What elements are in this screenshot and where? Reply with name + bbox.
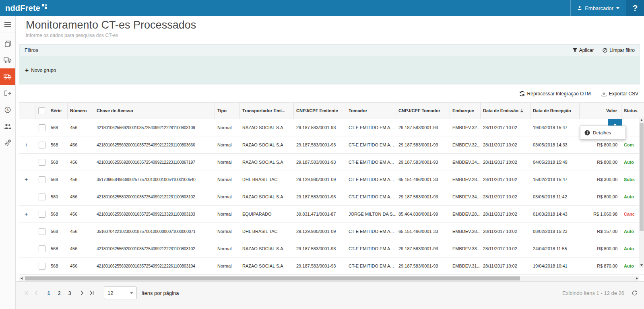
pager-page-button[interactable]: 2 xyxy=(54,288,64,298)
scroll-up-icon[interactable] xyxy=(640,119,643,121)
sidebar-item-settings[interactable] xyxy=(0,134,15,151)
scroll-left-icon[interactable] xyxy=(21,277,23,280)
row-expand-toggle[interactable]: + xyxy=(19,206,35,222)
row-checkbox-cell xyxy=(35,119,48,136)
clear-filter-button[interactable]: Limpar filtro xyxy=(603,47,635,53)
topbar-right: Embarcador ? xyxy=(570,0,644,16)
vertical-scrollbar[interactable] xyxy=(639,117,644,268)
sidebar-item-users[interactable] xyxy=(0,118,15,134)
row-expand-toggle[interactable]: + xyxy=(19,136,35,153)
row-expand-toggle[interactable] xyxy=(19,119,35,136)
col-tomador[interactable]: Tomador xyxy=(346,103,396,119)
select-all-checkbox[interactable] xyxy=(38,107,45,114)
sidebar-item-cte-monitoring[interactable] xyxy=(0,68,15,85)
row-expand-toggle[interactable] xyxy=(19,223,35,240)
export-csv-button[interactable]: Exportar CSV xyxy=(601,91,638,97)
sidebar-item-export[interactable] xyxy=(0,85,15,101)
col-cnpj-emitente[interactable]: CNPJ/CPF Emitente xyxy=(294,103,346,119)
col-embarque[interactable]: Embarque xyxy=(450,103,481,119)
help-button[interactable]: ? xyxy=(626,0,644,16)
col-data-emissao[interactable]: Data de Emissão xyxy=(481,103,530,119)
table-row[interactable]: + 568 456 421801062556920001035725409921… xyxy=(19,136,644,154)
vertical-scroll-thumb[interactable] xyxy=(640,123,644,231)
reprocess-otm-label: Reprocessar Integração OTM xyxy=(527,91,591,97)
pager-page-button[interactable]: 1 xyxy=(43,288,54,298)
horizontal-scroll-thumb[interactable] xyxy=(25,276,520,280)
cell-numero: 456 xyxy=(68,136,94,153)
cell-numero: 456 xyxy=(68,223,94,240)
row-checkbox[interactable] xyxy=(39,245,45,252)
table-row[interactable]: 580 456 42180106255802000103572540992122… xyxy=(19,188,644,206)
pager-next-button[interactable] xyxy=(77,288,87,298)
cell-chave-de-acesso: 4218010625569200010357254099212228110080… xyxy=(94,119,215,136)
cell-numero: 456 xyxy=(68,188,94,205)
menu-item-detalhes[interactable]: Detalhes xyxy=(593,130,611,135)
apply-filter-button[interactable]: Aplicar xyxy=(573,47,594,53)
cell-embarque: EMBDEV.28... xyxy=(450,171,481,188)
filters-bar[interactable]: Filtros Aplicar Limpar filtro xyxy=(19,44,640,56)
sidebar-item-menu[interactable] xyxy=(0,16,15,33)
filters-actions: Aplicar Limpar filtro xyxy=(573,47,635,53)
table-row[interactable]: 568 456 35160704221023000187570010000000… xyxy=(19,223,644,240)
user-menu[interactable]: Embarcador xyxy=(570,0,626,16)
cell-serie: 568 xyxy=(48,240,68,257)
documents-icon xyxy=(5,41,11,47)
col-transportador[interactable]: Transportador Emi... xyxy=(240,103,294,119)
sidebar-item-billing[interactable]: $ xyxy=(0,101,15,118)
pager-first-button[interactable] xyxy=(22,288,31,298)
row-checkbox[interactable] xyxy=(39,194,45,200)
col-status[interactable]: Status xyxy=(621,103,644,119)
scroll-down-icon[interactable] xyxy=(640,264,643,266)
cell-data-emissao: 28/11/2017 10:02 xyxy=(481,258,530,274)
row-checkbox[interactable] xyxy=(39,176,45,183)
reload-icon[interactable] xyxy=(632,290,638,296)
table-row[interactable]: 568 456 42180106255692000103572540992122… xyxy=(19,258,644,275)
row-expand-toggle[interactable] xyxy=(19,154,35,171)
app-logo[interactable]: nddFrete xyxy=(0,0,48,16)
row-checkbox[interactable] xyxy=(39,159,45,166)
pager-last-button[interactable] xyxy=(87,288,97,298)
col-numero[interactable]: Número xyxy=(68,103,94,119)
col-tipo[interactable]: Tipo xyxy=(215,103,240,119)
sidebar-item-fleet[interactable] xyxy=(0,52,15,68)
col-serie[interactable]: Série xyxy=(48,103,68,119)
table-row[interactable]: 568 456 42180106255692000103572540992122… xyxy=(19,154,644,171)
cell-serie: 568 xyxy=(48,154,68,171)
scroll-right-icon[interactable] xyxy=(636,277,638,280)
cell-cnpj-tomador: 29.187.583/0001-93 xyxy=(396,136,450,153)
col-select-all xyxy=(35,103,48,119)
reprocess-otm-button[interactable]: Reprocessar Integração OTM xyxy=(519,91,591,97)
row-expand-toggle[interactable] xyxy=(19,240,35,257)
table-row[interactable]: 568 456 42180106255692000103572540992122… xyxy=(19,119,644,136)
horizontal-scrollbar[interactable] xyxy=(19,276,639,281)
pager-page-button[interactable]: 3 xyxy=(64,288,75,298)
row-checkbox[interactable] xyxy=(39,211,45,218)
row-expand-toggle[interactable]: + xyxy=(19,171,35,188)
row-expand-toggle[interactable] xyxy=(19,258,35,274)
cell-numero: 456 xyxy=(68,206,94,222)
page-size-select[interactable]: 12 xyxy=(104,286,137,299)
row-checkbox[interactable] xyxy=(39,263,45,270)
cell-numero: 456 xyxy=(68,119,94,136)
table-row[interactable]: + 568 456 421801062556920001035725409921… xyxy=(19,206,644,223)
col-chave-de-acesso[interactable]: Chave de Acesso xyxy=(94,103,215,119)
table-row[interactable]: 568 456 42180106255692000103572540992122… xyxy=(19,240,644,258)
col-cnpj-tomador[interactable]: CNPJ/CPF Tomador xyxy=(396,103,450,119)
cell-embarque: EMBDEV.28... xyxy=(450,223,481,240)
cell-tipo: Normal xyxy=(215,240,240,257)
col-data-recepcao[interactable]: Data de Recepção xyxy=(530,103,580,119)
cell-tomador: CT-E EMITIDO EM A... xyxy=(346,154,396,171)
row-checkbox[interactable] xyxy=(39,124,45,131)
row-checkbox[interactable] xyxy=(39,142,45,148)
cell-tipo: Normal xyxy=(215,206,240,222)
sidebar-item-documents[interactable] xyxy=(0,35,15,52)
cell-data-emissao: 28/11/2017 10:02 xyxy=(481,154,530,171)
pager-prev-button[interactable] xyxy=(31,288,41,298)
cell-chave-de-acesso: 4218010625569200010357254099212223110086… xyxy=(94,154,215,171)
col-valor[interactable]: Valor xyxy=(580,103,621,119)
row-checkbox[interactable] xyxy=(39,228,45,235)
download-icon xyxy=(601,91,607,97)
row-expand-toggle[interactable] xyxy=(19,188,35,205)
new-group-button[interactable]: + Novo grupo xyxy=(25,68,56,73)
table-row[interactable]: + 568 456 351706658498380025775700100001… xyxy=(19,171,644,188)
